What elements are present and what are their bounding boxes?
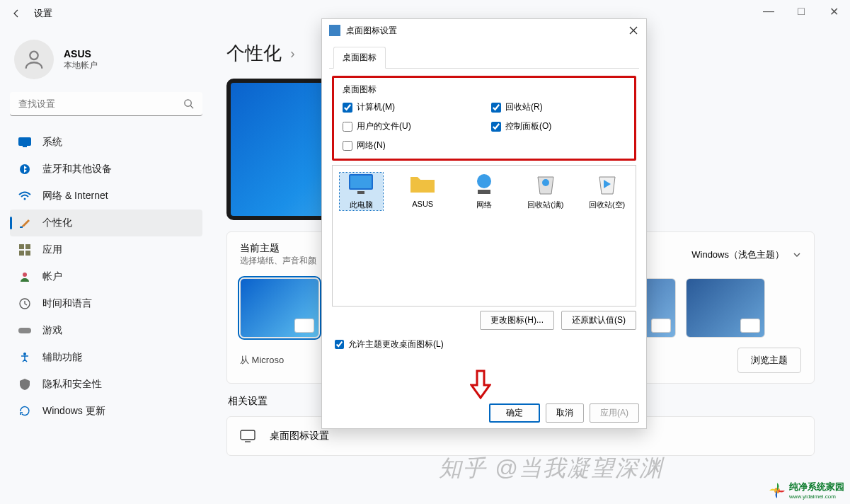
nav-label: 辅助功能 [42,351,82,364]
search-input[interactable] [10,92,202,116]
nav-label: 系统 [42,136,62,149]
brush-icon [18,217,31,229]
nav-label: 帐户 [42,270,62,283]
nav-network[interactable]: 网络 & Internet [10,183,202,210]
close-icon [629,26,638,35]
nav-gaming[interactable]: 游戏 [10,317,202,344]
maximize-button[interactable]: □ [785,0,817,23]
network-icon [471,173,498,195]
svg-rect-23 [357,191,364,194]
user-profile[interactable]: ASUS 本地帐户 [10,33,202,92]
svg-line-2 [190,105,193,108]
theme-thumb[interactable] [686,278,765,338]
svg-rect-10 [19,251,24,256]
nav-label: 游戏 [42,324,62,337]
svg-point-12 [23,273,27,277]
svg-point-24 [477,174,491,188]
pc-icon [348,173,374,195]
svg-rect-3 [18,137,31,146]
nav-personalization[interactable]: 个性化 [10,210,202,236]
icon-network[interactable]: 网络 [463,173,506,210]
wifi-icon [18,190,31,202]
ok-button[interactable]: 确定 [489,403,540,423]
window-title: 设置 [34,7,52,20]
account-icon [18,270,31,283]
nav-time-language[interactable]: 时间和语言 [10,290,202,317]
svg-rect-22 [350,176,372,188]
user-name: ASUS [64,48,98,59]
system-icon [18,136,31,149]
theme-thumb[interactable] [240,278,319,338]
checkbox-network[interactable]: 网络(N) [343,139,477,151]
avatar [14,40,54,79]
dialog-titlebar[interactable]: 桌面图标设置 [322,19,646,42]
nav-label: 应用 [42,244,62,256]
theme-title: 当前主题 [240,242,316,255]
chevron-right-icon: › [290,45,295,62]
svg-point-26 [542,179,549,186]
icon-recycle-empty[interactable]: 回收站(空) [585,173,628,210]
user-type: 本地帐户 [64,59,98,71]
icon-recycle-full[interactable]: 回收站(满) [524,173,567,210]
nav-label: 隐私和安全性 [42,378,102,391]
person-icon [22,47,46,71]
nav-windows-update[interactable]: Windows 更新 [10,398,202,425]
icon-user-folder[interactable]: ASUS [401,173,444,210]
checkbox-control-panel[interactable]: 控制面板(O) [491,120,626,132]
desktop-icon-dialog: 桌面图标设置 桌面图标 桌面图标 计算机(M) 回收站(R) 用户的文件(U) … [321,18,647,429]
nav-system[interactable]: 系统 [10,129,202,156]
nav-label: 蓝牙和其他设备 [42,163,112,176]
update-icon [18,405,31,418]
checkbox-user-files[interactable]: 用户的文件(U) [343,120,477,132]
accessibility-icon [18,351,31,364]
checkbox-computer[interactable]: 计算机(M) [343,101,477,113]
ms-store-text: 从 Microso [240,354,284,367]
dialog-title: 桌面图标设置 [346,25,397,37]
checkbox-recycle-bin[interactable]: 回收站(R) [491,101,626,113]
theme-current[interactable]: Windows（浅色主题） [691,248,801,261]
minimize-button[interactable]: — [752,0,785,23]
tab-desktop-icons[interactable]: 桌面图标 [333,47,386,69]
restore-defaults-button[interactable]: 还原默认值(S) [561,311,636,330]
svg-rect-11 [25,251,30,256]
svg-point-6 [24,198,26,200]
monitor-icon [240,430,255,442]
dialog-close-button[interactable] [625,22,642,39]
icon-this-pc[interactable]: 此电脑 [340,173,383,210]
shield-icon [18,378,31,391]
apps-icon [18,244,31,256]
svg-rect-14 [18,328,31,333]
recycle-empty-icon [594,173,621,195]
change-icon-button[interactable]: 更改图标(H)... [480,311,554,330]
browse-themes-button[interactable]: 浏览主题 [737,348,801,373]
svg-rect-7 [20,227,23,228]
dialog-icon [329,25,340,36]
svg-point-0 [30,52,38,59]
nav-privacy[interactable]: 隐私和安全性 [10,371,202,398]
nav-label: 时间和语言 [42,297,92,310]
checkbox-allow-theme[interactable]: 允许主题更改桌面图标(L) [335,338,636,350]
annotation-arrow-down [470,370,491,399]
breadcrumb-root[interactable]: 个性化 [226,41,282,66]
svg-point-5 [20,164,30,174]
svg-rect-8 [19,244,24,249]
nav-apps[interactable]: 应用 [10,236,202,263]
chevron-down-icon [793,251,801,259]
annotation-highlight-box: 桌面图标 计算机(M) 回收站(R) 用户的文件(U) 控制面板(O) 网络(N… [332,76,636,161]
close-button[interactable]: ✕ [817,0,850,23]
svg-rect-9 [25,244,30,249]
nav-accessibility[interactable]: 辅助功能 [10,344,202,371]
search-icon [183,98,194,112]
nav-bluetooth[interactable]: 蓝牙和其他设备 [10,156,202,183]
cancel-button[interactable]: 取消 [546,403,584,423]
svg-point-15 [23,353,26,355]
svg-rect-25 [478,190,490,194]
back-button[interactable] [6,3,27,24]
apply-button[interactable]: 应用(A) [590,403,639,423]
nav-accounts[interactable]: 帐户 [10,263,202,290]
arrow-left-icon [11,8,22,19]
clock-icon [18,297,31,310]
recycle-full-icon [532,173,559,195]
nav-label: Windows 更新 [42,405,105,418]
nav-label: 个性化 [42,217,72,229]
